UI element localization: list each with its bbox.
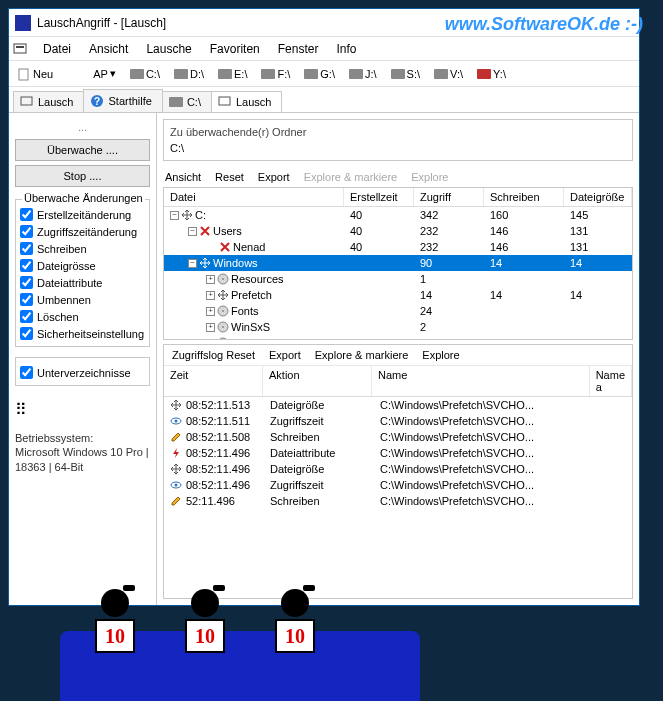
col-name[interactable]: Name	[372, 366, 590, 396]
tree-row[interactable]: +Prefetch141414	[164, 287, 632, 303]
col-zugriff[interactable]: Zugriff	[414, 188, 484, 206]
checkbox-1[interactable]: Zugriffszeitänderung	[20, 223, 145, 240]
tree-export[interactable]: Export	[258, 171, 290, 183]
checkbox-3[interactable]: Dateigrösse	[20, 257, 145, 274]
svg-rect-6	[219, 97, 230, 105]
log-header: Zeit Aktion Name Name a	[164, 365, 632, 397]
tree-row[interactable]: +System327	[164, 335, 632, 339]
col-datei[interactable]: Datei	[164, 188, 344, 206]
expand-icon[interactable]: −	[188, 259, 197, 268]
tree-ansicht[interactable]: Ansicht	[165, 171, 201, 183]
log-reset[interactable]: Zugriffslog Reset	[172, 349, 255, 361]
expand-icon[interactable]: −	[188, 227, 197, 236]
menu-info[interactable]: Info	[328, 40, 364, 58]
drive-icon	[477, 69, 491, 79]
tree-row[interactable]: +Fonts24	[164, 303, 632, 319]
x-icon	[219, 241, 231, 253]
tree-row[interactable]: +WinSxS2	[164, 319, 632, 335]
svg-text:?: ?	[94, 96, 100, 107]
tree-row[interactable]: −Users40232146131	[164, 223, 632, 239]
menu-fenster[interactable]: Fenster	[270, 40, 327, 58]
log-row[interactable]: 08:52:11.511ZugriffszeitC:\Windows\Prefe…	[164, 413, 632, 429]
monitor-icon	[20, 96, 34, 108]
log-row[interactable]: 08:52:11.496DateiattributeC:\Windows\Pre…	[164, 445, 632, 461]
checkbox-5[interactable]: Umbennen	[20, 291, 145, 308]
checkbox-7[interactable]: Sicherheitseinstellung	[20, 325, 145, 342]
drive-d[interactable]: D:\	[170, 67, 208, 81]
log-export[interactable]: Export	[269, 349, 301, 361]
menu-ansicht[interactable]: Ansicht	[81, 40, 136, 58]
tree-row[interactable]: +Resources1	[164, 271, 632, 287]
tree-toolbar: Ansicht Reset Export Explore & markiere …	[157, 167, 639, 187]
window-title: LauschAngriff - [Lausch]	[37, 16, 166, 30]
tree-reset[interactable]: Reset	[215, 171, 244, 183]
eye-icon	[170, 415, 182, 427]
folder-label: Zu überwachende(r) Ordner	[170, 126, 626, 138]
checkbox-subdirs[interactable]: Unterverzeichnisse	[20, 364, 145, 381]
drive-y[interactable]: Y:\	[473, 67, 510, 81]
log-row[interactable]: 08:52:11.496DateigrößeC:\Windows\Prefetc…	[164, 461, 632, 477]
drive-e[interactable]: E:\	[214, 67, 251, 81]
drive-c[interactable]: C:\	[126, 67, 164, 81]
expand-icon[interactable]: +	[206, 323, 215, 332]
tab-starthilfe[interactable]: ? Starthilfe	[83, 89, 162, 112]
checkbox-2[interactable]: Schreiben	[20, 240, 145, 257]
drive-icon	[174, 69, 188, 79]
log-row[interactable]: 08:52:11.513DateigrößeC:\Windows\Prefetc…	[164, 397, 632, 413]
tab-c-drive[interactable]: C:\	[162, 91, 212, 112]
log-row[interactable]: 08:52:11.496ZugriffszeitC:\Windows\Prefe…	[164, 477, 632, 493]
col-aktion[interactable]: Aktion	[263, 366, 372, 396]
sidebar-dots: ...	[15, 119, 150, 135]
move-icon	[181, 209, 193, 221]
checkbox-6[interactable]: Löschen	[20, 308, 145, 325]
toolbar-neu[interactable]: Neu	[13, 66, 57, 82]
col-erstellzeit[interactable]: Erstellzeit	[344, 188, 414, 206]
drive-g[interactable]: G:\	[300, 67, 339, 81]
log-explore-mark[interactable]: Explore & markiere	[315, 349, 409, 361]
judge-1: 10	[80, 589, 150, 653]
drive-f[interactable]: F:\	[257, 67, 294, 81]
log-explore[interactable]: Explore	[422, 349, 459, 361]
watch-changes-group: Überwache Änderungen Erstellzeitänderung…	[15, 199, 150, 347]
expand-icon[interactable]: +	[206, 291, 215, 300]
judge-2: 10	[170, 589, 240, 653]
drive-s[interactable]: S:\	[387, 67, 424, 81]
drive-j[interactable]: J:\	[345, 67, 381, 81]
group-title: Überwache Änderungen	[22, 192, 145, 204]
expand-icon[interactable]: +	[206, 275, 215, 284]
watch-button[interactable]: Überwache ....	[15, 139, 150, 161]
drive-v[interactable]: V:\	[430, 67, 467, 81]
tree-row[interactable]: −C:40342160145	[164, 207, 632, 223]
menu-icon	[13, 42, 29, 56]
toolbar-ap[interactable]: AP ▾	[89, 66, 120, 81]
disk-icon	[217, 305, 229, 317]
expand-icon[interactable]: +	[206, 307, 215, 316]
drive-icon	[218, 69, 232, 79]
svg-point-12	[222, 326, 224, 328]
menu-datei[interactable]: Datei	[35, 40, 79, 58]
col-schreiben[interactable]: Schreiben	[484, 188, 564, 206]
col-zeit[interactable]: Zeit	[164, 366, 263, 396]
menu-lausche[interactable]: Lausche	[138, 40, 199, 58]
disk-icon	[217, 273, 229, 285]
new-icon	[17, 67, 31, 81]
move-icon	[170, 463, 182, 475]
svg-rect-0	[14, 44, 26, 53]
folder-path[interactable]: C:\	[170, 142, 626, 154]
checkbox-4[interactable]: Dateiattribute	[20, 274, 145, 291]
log-row[interactable]: 08:52:11.508SchreibenC:\Windows\Prefetch…	[164, 429, 632, 445]
tab-lausch-2[interactable]: Lausch	[211, 91, 282, 112]
tab-lausch-1[interactable]: Lausch	[13, 91, 84, 112]
expand-icon[interactable]: +	[206, 339, 215, 340]
tree-grid[interactable]: Datei Erstellzeit Zugriff Schreiben Date…	[163, 187, 633, 340]
col-name2[interactable]: Name a	[590, 366, 632, 396]
log-row[interactable]: 52:11.496SchreibenC:\Windows\Prefetch\SV…	[164, 493, 632, 509]
menu-favoriten[interactable]: Favoriten	[202, 40, 268, 58]
checkbox-0[interactable]: Erstellzeitänderung	[20, 206, 145, 223]
tree-row[interactable]: −Windows901414	[164, 255, 632, 271]
stop-button[interactable]: Stop ....	[15, 165, 150, 187]
tree-row[interactable]: Nenad40232146131	[164, 239, 632, 255]
expand-icon[interactable]: −	[170, 211, 179, 220]
col-dateigroesse[interactable]: Dateigröße	[564, 188, 632, 206]
progress-icon: ⠿	[15, 400, 150, 419]
